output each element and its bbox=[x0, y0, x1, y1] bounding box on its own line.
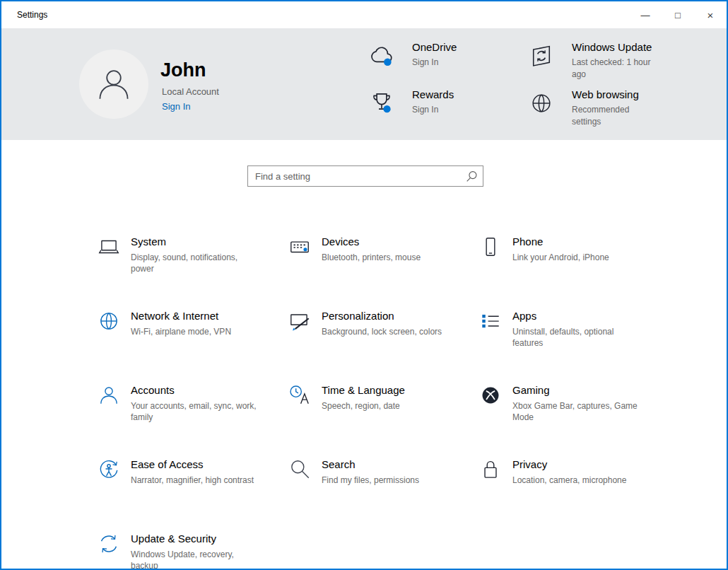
category-subtitle: Xbox Game Bar, captures, Game Mode bbox=[512, 400, 638, 423]
network-globe-icon bbox=[97, 309, 121, 333]
category-subtitle: Wi-Fi, airplane mode, VPN bbox=[131, 326, 231, 337]
category-personalization[interactable]: Personalization Background, lock screen,… bbox=[288, 303, 479, 378]
settings-window: Settings — □ × John Local Account Sign I… bbox=[0, 0, 728, 570]
category-subtitle: Location, camera, microphone bbox=[512, 475, 626, 486]
category-title: Phone bbox=[512, 235, 609, 248]
window-title: Settings bbox=[17, 10, 47, 20]
category-devices[interactable]: Devices Bluetooth, printers, mouse bbox=[288, 229, 479, 303]
category-title: Time & Language bbox=[322, 383, 405, 397]
category-title: Network & Internet bbox=[131, 309, 231, 322]
category-title: Update & Security bbox=[131, 532, 257, 545]
window-controls: — □ × bbox=[629, 1, 727, 28]
search-magnifier-category-icon bbox=[288, 458, 312, 482]
category-privacy[interactable]: Privacy Location, camera, microphone bbox=[479, 452, 669, 526]
category-subtitle: Display, sound, notifications, power bbox=[131, 252, 257, 274]
quick-link-status: Sign In bbox=[412, 57, 457, 69]
category-time-language[interactable]: Time & Language Speech, region, date bbox=[288, 378, 479, 452]
search-input[interactable] bbox=[248, 166, 483, 186]
category-title: Privacy bbox=[512, 458, 626, 471]
category-title: Personalization bbox=[322, 309, 442, 322]
user-name: John bbox=[160, 59, 206, 81]
quick-link-status: Last checked: 1 hour ago bbox=[572, 57, 651, 81]
avatar bbox=[79, 50, 148, 119]
category-title: Search bbox=[322, 458, 419, 471]
category-title: Apps bbox=[512, 309, 638, 322]
category-subtitle: Background, lock screen, colors bbox=[322, 326, 442, 337]
find-a-setting-search bbox=[247, 165, 483, 187]
quick-link-status: Sign In bbox=[412, 104, 454, 116]
category-subtitle: Windows Update, recovery, backup bbox=[131, 549, 257, 570]
category-search[interactable]: Search Find my files, permissions bbox=[288, 452, 479, 526]
system-icon bbox=[97, 235, 121, 259]
category-network-internet[interactable]: Network & Internet Wi-Fi, airplane mode,… bbox=[97, 303, 288, 378]
search-magnifier-icon[interactable] bbox=[466, 170, 478, 182]
minimize-button[interactable]: — bbox=[629, 1, 662, 28]
personalization-icon bbox=[288, 309, 312, 333]
category-title: System bbox=[131, 235, 257, 248]
category-gaming[interactable]: Gaming Xbox Game Bar, captures, Game Mod… bbox=[479, 378, 669, 452]
category-title: Ease of Access bbox=[131, 458, 254, 471]
windows-update-icon bbox=[523, 41, 560, 71]
accounts-person-icon bbox=[97, 383, 121, 407]
quick-link-title: Web browsing bbox=[572, 88, 651, 101]
apps-icon bbox=[479, 309, 503, 333]
quick-link-rewards[interactable]: Rewards Sign In bbox=[363, 88, 454, 118]
account-type-label: Local Account bbox=[162, 86, 219, 97]
category-subtitle: Find my files, permissions bbox=[322, 475, 419, 486]
time-language-clock-icon bbox=[288, 383, 312, 407]
category-system[interactable]: System Display, sound, notifications, po… bbox=[97, 229, 288, 303]
update-security-sync-icon bbox=[97, 532, 121, 556]
category-title: Gaming bbox=[512, 383, 638, 397]
sign-in-link[interactable]: Sign In bbox=[162, 101, 190, 112]
category-subtitle: Bluetooth, printers, mouse bbox=[322, 252, 421, 263]
quick-link-onedrive[interactable]: OneDrive Sign In bbox=[363, 41, 457, 71]
rewards-icon bbox=[363, 88, 400, 118]
quick-link-title: Rewards bbox=[412, 88, 454, 101]
quick-link-title: Windows Update bbox=[572, 41, 652, 54]
close-button[interactable]: × bbox=[694, 1, 727, 28]
category-subtitle: Uninstall, defaults, optional features bbox=[512, 326, 638, 349]
web-browsing-globe-icon bbox=[523, 88, 560, 118]
onedrive-cloud-icon bbox=[363, 41, 400, 71]
devices-icon bbox=[288, 235, 312, 259]
quick-link-web-browsing[interactable]: Web browsing Recommended settings bbox=[523, 88, 651, 128]
category-subtitle: Link your Android, iPhone bbox=[512, 252, 609, 263]
category-title: Accounts bbox=[131, 383, 257, 397]
category-apps[interactable]: Apps Uninstall, defaults, optional featu… bbox=[479, 303, 669, 378]
category-subtitle: Narrator, magnifier, high contrast bbox=[131, 475, 254, 486]
ease-of-access-icon bbox=[97, 458, 121, 482]
gaming-xbox-icon bbox=[479, 383, 503, 407]
phone-icon bbox=[479, 235, 503, 259]
privacy-lock-icon bbox=[479, 458, 503, 482]
person-avatar-icon bbox=[93, 64, 134, 105]
category-ease-of-access[interactable]: Ease of Access Narrator, magnifier, high… bbox=[97, 452, 288, 526]
category-subtitle: Your accounts, email, sync, work, family bbox=[131, 400, 257, 423]
category-phone[interactable]: Phone Link your Android, iPhone bbox=[479, 229, 669, 303]
category-subtitle: Speech, region, date bbox=[322, 400, 405, 412]
quick-link-status: Recommended settings bbox=[572, 104, 651, 128]
category-title: Devices bbox=[322, 235, 421, 248]
maximize-button[interactable]: □ bbox=[662, 1, 694, 28]
header-hero: John Local Account Sign In OneDrive Sign… bbox=[1, 28, 727, 140]
category-update-security[interactable]: Update & Security Windows Update, recove… bbox=[97, 526, 288, 570]
category-accounts[interactable]: Accounts Your accounts, email, sync, wor… bbox=[97, 378, 288, 452]
quick-link-windows-update[interactable]: Windows Update Last checked: 1 hour ago bbox=[523, 41, 652, 81]
quick-link-title: OneDrive bbox=[412, 41, 457, 54]
title-bar: Settings — □ × bbox=[1, 1, 727, 28]
settings-category-grid: System Display, sound, notifications, po… bbox=[97, 229, 683, 570]
